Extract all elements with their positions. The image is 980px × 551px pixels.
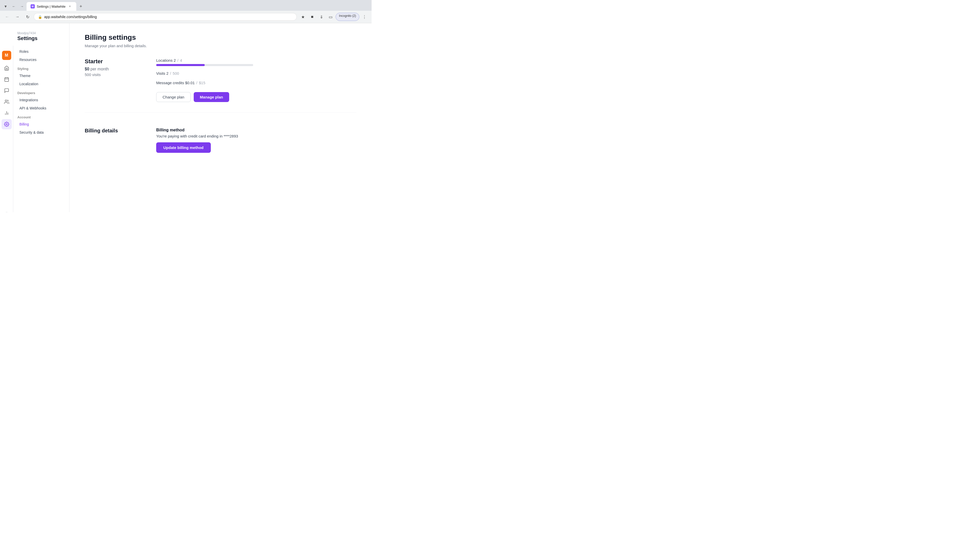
- sidebar-avatar[interactable]: M: [2, 51, 11, 60]
- download-button[interactable]: ⇓: [317, 13, 325, 21]
- tab-bar: ▼ ← → M Settings | Waitwhile × +: [0, 0, 372, 11]
- plan-info: Starter $0 per month 500 visits: [85, 58, 141, 102]
- page-title: Billing settings: [85, 33, 356, 41]
- locations-label: Locations 2 / 4: [156, 58, 356, 62]
- billing-details-section: Billing details Billing method You're pa…: [85, 128, 356, 153]
- sidebar-section-developers: Developers: [13, 88, 69, 96]
- extensions-button[interactable]: ■: [308, 13, 316, 21]
- locations-total: 4: [180, 58, 182, 62]
- svg-point-4: [5, 100, 7, 102]
- address-bar[interactable]: 🔒 app.waitwhile.com/settings/billing: [34, 13, 297, 21]
- nav-home-button[interactable]: [2, 63, 12, 73]
- locations-separator: /: [177, 58, 178, 62]
- nav-users-button[interactable]: [2, 97, 12, 107]
- back-button[interactable]: ←: [3, 13, 11, 21]
- billing-details-label: Billing details: [85, 128, 141, 153]
- nav-chart-button[interactable]: [2, 108, 12, 118]
- incognito-badge[interactable]: Incognito (2): [336, 13, 360, 21]
- plan-price-period: per month: [90, 67, 109, 71]
- nav-actions: ★ ■ ⇓ ▭ Incognito (2) ⋮: [299, 13, 369, 21]
- credits-separator: /: [196, 81, 197, 85]
- back-button-tab[interactable]: ←: [10, 3, 18, 10]
- sidebar-item-api-webhooks[interactable]: API & Webhooks: [15, 104, 67, 112]
- svg-point-8: [6, 124, 7, 125]
- reload-button[interactable]: ↻: [24, 13, 32, 21]
- nav-help-button[interactable]: ?: [3, 212, 11, 212]
- tab-favicon: M: [30, 4, 35, 8]
- plan-metrics: Locations 2 / 4 Visits 2 / 50: [156, 58, 356, 102]
- credits-text: Message credits: [156, 81, 184, 85]
- tab-label: Settings | Waitwhile: [37, 5, 65, 8]
- visits-metric: Visits 2 / 500: [156, 71, 356, 76]
- menu-button[interactable]: ⋮: [360, 13, 369, 21]
- page-subtitle: Manage your plan and billing details.: [85, 44, 356, 48]
- plan-buttons: Change plan Manage plan: [156, 92, 356, 102]
- update-billing-button[interactable]: Update billing method: [156, 142, 211, 153]
- main-content: Billing settings Manage your plan and bi…: [69, 23, 372, 212]
- sidebar-item-integrations[interactable]: Integrations: [15, 96, 67, 104]
- active-tab[interactable]: M Settings | Waitwhile ×: [27, 2, 76, 11]
- billing-method-desc: You're paying with credit card ending in…: [156, 134, 356, 138]
- credits-metric: Message credits $0.01 / $15: [156, 81, 356, 85]
- sidebar-item-resources[interactable]: Resources: [15, 56, 67, 64]
- sidebar-icon-nav: M: [0, 46, 13, 212]
- sidebar-item-billing[interactable]: Billing: [15, 120, 67, 128]
- sidebar-section-styling: Styling: [13, 64, 69, 72]
- profile-button[interactable]: ▭: [326, 13, 334, 21]
- url-text: app.waitwhile.com/settings/billing: [44, 15, 293, 19]
- visits-separator: /: [170, 71, 171, 76]
- visits-total: 500: [173, 71, 179, 76]
- visits-current: 2: [166, 71, 169, 76]
- plan-price-value: $0: [85, 67, 89, 71]
- nav-calendar-button[interactable]: [2, 74, 12, 84]
- credits-total: $15: [199, 81, 205, 85]
- manage-plan-button[interactable]: Manage plan: [194, 92, 229, 102]
- credits-label: Message credits $0.01 / $15: [156, 81, 356, 85]
- sidebar-username: Moodjoy7434: [18, 30, 65, 35]
- new-tab-button[interactable]: +: [77, 3, 84, 10]
- sidebar-item-roles[interactable]: Roles: [15, 48, 67, 56]
- plan-price: $0 per month: [85, 67, 141, 71]
- app-wrapper: M: [0, 23, 372, 212]
- nav-settings-button[interactable]: [2, 119, 12, 129]
- billing-method-title: Billing method: [156, 128, 356, 132]
- browser-chrome: ▼ ← → M Settings | Waitwhile × + ← → ↻ 🔒…: [0, 0, 372, 23]
- plan-name: Starter: [85, 58, 141, 65]
- sidebar-header: Moodjoy7434 Settings: [13, 23, 69, 45]
- change-plan-button[interactable]: Change plan: [156, 92, 191, 102]
- locations-metric: Locations 2 / 4: [156, 58, 356, 66]
- sidebar-item-theme[interactable]: Theme: [15, 72, 67, 80]
- sidebar-content: Roles Resources Styling Theme Localizati…: [13, 45, 69, 138]
- nav-chat-button[interactable]: [2, 86, 12, 96]
- plan-section: Starter $0 per month 500 visits Location…: [85, 58, 356, 113]
- forward-button[interactable]: →: [13, 13, 21, 21]
- billing-method-content: Billing method You're paying with credit…: [156, 128, 356, 153]
- locations-progress-fill: [156, 64, 205, 66]
- plan-visits: 500 visits: [85, 73, 141, 77]
- sidebar-item-localization[interactable]: Localization: [15, 80, 67, 88]
- sidebar-title: Settings: [18, 35, 65, 41]
- tab-close-button[interactable]: ×: [68, 4, 72, 9]
- locations-progress-bg: [156, 64, 253, 66]
- bookmark-button[interactable]: ★: [299, 13, 307, 21]
- visits-text: Visits: [156, 71, 165, 76]
- lock-icon: 🔒: [38, 15, 42, 19]
- visits-label: Visits 2 / 500: [156, 71, 356, 76]
- locations-text: Locations: [156, 58, 172, 62]
- tab-list-button[interactable]: ▼: [2, 3, 9, 10]
- locations-current: 2: [173, 58, 176, 62]
- nav-bar: ← → ↻ 🔒 app.waitwhile.com/settings/billi…: [0, 11, 372, 23]
- sidebar-bottom-icons: ? 👤: [0, 212, 13, 212]
- svg-rect-0: [5, 78, 8, 81]
- sidebar-item-security[interactable]: Security & data: [15, 128, 67, 137]
- sidebar-section-account: Account: [13, 112, 69, 120]
- credits-current: $0.01: [185, 81, 195, 85]
- forward-button-tab[interactable]: →: [18, 3, 25, 10]
